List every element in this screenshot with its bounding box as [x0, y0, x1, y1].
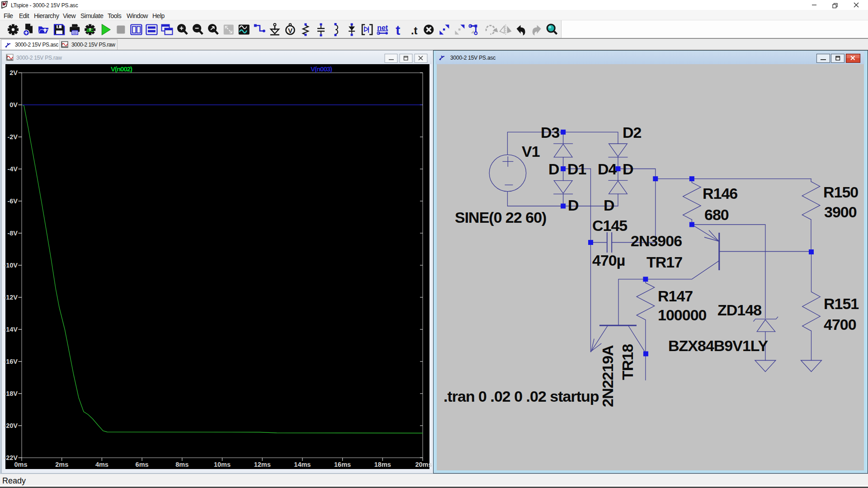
svg-text:TR18: TR18: [619, 344, 636, 380]
svg-text:18ms: 18ms: [374, 461, 391, 468]
svg-text:-22V: -22V: [4, 454, 18, 461]
svg-text:2ms: 2ms: [55, 461, 68, 468]
svg-text:net: net: [377, 24, 388, 32]
svg-text:V: V: [288, 27, 292, 34]
svg-text:-2V: -2V: [7, 133, 18, 141]
svg-text:470µ: 470µ: [592, 252, 625, 269]
svg-text:2N3906: 2N3906: [631, 232, 682, 249]
svg-text:2V: 2V: [9, 69, 18, 76]
svg-text:-20V: -20V: [4, 422, 18, 429]
svg-text:.t: .t: [411, 24, 418, 37]
svg-text:-10V: -10V: [4, 262, 18, 269]
svg-text:-4V: -4V: [7, 165, 18, 173]
svg-text:V(n003): V(n003): [311, 65, 332, 73]
svg-text:D: D: [548, 160, 559, 178]
svg-text:D2: D2: [623, 124, 642, 141]
svg-text:SINE(0 22 60): SINE(0 22 60): [455, 209, 546, 226]
svg-text:2N2219A: 2N2219A: [599, 345, 616, 407]
svg-text:680: 680: [704, 206, 729, 223]
svg-text:BZX84B9V1LY: BZX84B9V1LY: [668, 337, 769, 354]
svg-text:t: t: [396, 23, 400, 38]
svg-text:14ms: 14ms: [294, 461, 311, 468]
svg-text:D: D: [623, 160, 633, 178]
svg-text:-8V: -8V: [7, 230, 18, 237]
svg-text:R147: R147: [658, 287, 693, 305]
svg-text:-12V: -12V: [4, 294, 18, 301]
svg-text:6ms: 6ms: [136, 461, 149, 468]
svg-text:R150: R150: [823, 183, 858, 201]
svg-text:-18V: -18V: [4, 390, 18, 397]
svg-text:-16V: -16V: [4, 358, 18, 365]
svg-text:R146: R146: [703, 185, 737, 202]
svg-text:D: D: [568, 197, 579, 214]
svg-text:4700: 4700: [824, 316, 856, 333]
svg-text:V1: V1: [522, 143, 540, 160]
svg-text:8ms: 8ms: [175, 461, 189, 468]
svg-text:TR17: TR17: [646, 253, 682, 271]
svg-text:100000: 100000: [658, 306, 707, 324]
svg-text:-6V: -6V: [7, 197, 18, 205]
svg-text:.tran 0 .02 0 .02 startup: .tran 0 .02 0 .02 startup: [443, 388, 599, 405]
svg-text:20ms: 20ms: [415, 461, 432, 468]
svg-text:16ms: 16ms: [334, 461, 351, 468]
svg-text:D: D: [604, 197, 614, 214]
svg-text:D4: D4: [598, 160, 617, 178]
svg-text:V(n002): V(n002): [111, 65, 132, 73]
svg-text:0V: 0V: [9, 101, 18, 108]
svg-text:C145: C145: [592, 217, 627, 234]
svg-text:ZD148: ZD148: [717, 301, 761, 319]
svg-text:4ms: 4ms: [95, 461, 108, 468]
svg-text:D1: D1: [567, 160, 586, 178]
svg-text:10ms: 10ms: [214, 461, 231, 468]
svg-text:0ms: 0ms: [14, 461, 27, 468]
svg-text:R151: R151: [824, 295, 859, 312]
svg-text:D3: D3: [541, 124, 560, 141]
svg-text:ac: ac: [86, 26, 94, 33]
svg-text:3900: 3900: [824, 203, 857, 221]
svg-text:12ms: 12ms: [254, 461, 271, 468]
svg-text:-14V: -14V: [4, 326, 18, 333]
